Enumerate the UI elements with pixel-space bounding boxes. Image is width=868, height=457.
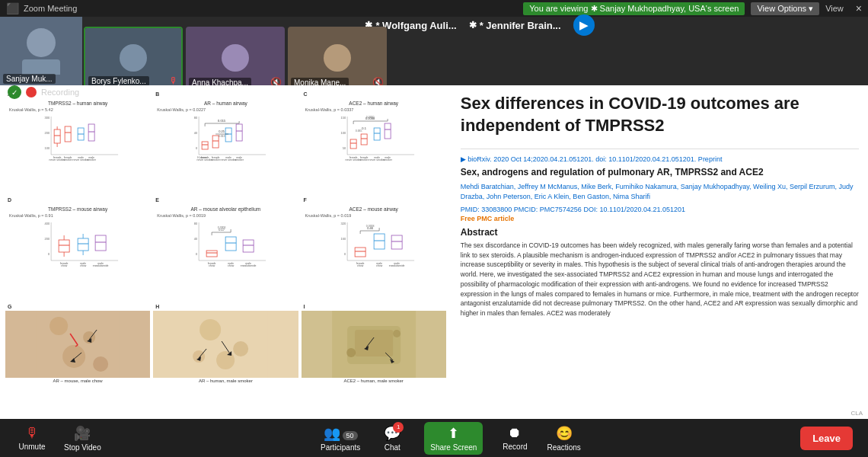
record-button[interactable]: ⏺ Record — [498, 425, 531, 451]
borys-mic-icon: 🎙 — [169, 75, 178, 86]
svg-text:smoker: smoker — [87, 158, 96, 161]
chart-E-title: AR – mouse alveolar epithelium — [154, 206, 297, 212]
chart-H-title: AR – human, male smoker — [153, 378, 298, 383]
chat-button[interactable]: 💬 1 Chat — [375, 425, 409, 452]
view-options-button[interactable]: View Options ▾ — [751, 2, 819, 15]
svg-rect-59 — [361, 134, 367, 145]
participant-tile-monika[interactable]: Monika Mane... 🔇 — [288, 27, 387, 89]
svg-rect-110 — [243, 240, 254, 252]
svg-rect-106 — [206, 251, 217, 257]
share-screen-button[interactable]: ⬆ Share Screen — [424, 422, 483, 455]
paper-pmid: PMID: 33083800 PMCID: PMC7574256 DOI: 10… — [461, 206, 859, 213]
charts-grid: A TMPRSS2 – human airway Kruskal-Wallis,… — [5, 90, 447, 414]
participants-icon: 👥 — [324, 426, 340, 441]
svg-text:400: 400 — [44, 222, 49, 225]
chart-I: I ACE2 — [301, 302, 447, 414]
slide-left-panel: A TMPRSS2 – human airway Kruskal-Wallis,… — [0, 85, 452, 419]
svg-text:40: 40 — [194, 131, 198, 135]
svg-text:enzalutamide: enzalutamide — [93, 264, 109, 267]
top-bar: ⬛ Zoom Meeting You are viewing ✱ Sanjay … — [0, 0, 868, 17]
chart-D: D TMPRSS2 – mouse airway Kruskal-Wallis,… — [5, 196, 151, 300]
toolbar-left: 🎙 Unmute 🎥 Stop Video — [15, 425, 101, 452]
speaker-name-2: ✱ * Jennifer Brain... — [469, 20, 561, 31]
chart-C-svg: 150 100 50 — [302, 113, 445, 162]
chart-E-svg: 80 40 0 — [154, 219, 297, 268]
next-participants-button[interactable]: ▶ — [573, 14, 595, 36]
chart-F-stat: Kruskal-Wallis, p = 0.019 — [302, 213, 445, 218]
view-button[interactable]: View — [825, 4, 844, 13]
reactions-button[interactable]: 😊 Reactions — [547, 425, 580, 452]
unmute-button[interactable]: 🎙 Unmute — [15, 425, 49, 451]
svg-text:chow: chow — [209, 264, 215, 267]
svg-text:enzalutamide: enzalutamide — [241, 264, 257, 267]
chart-G-title: AR – mouse, male chow — [5, 378, 150, 383]
svg-text:50: 50 — [342, 146, 346, 150]
svg-text:chow: chow — [357, 264, 364, 267]
svg-rect-32 — [225, 128, 231, 142]
participant-tile-borys[interactable]: Borys Fylenko... 🎙 — [84, 27, 183, 89]
chart-F-title: ACE2 – mouse airway — [302, 206, 445, 212]
sanjay-video-tile: Sanjay Muk... — [0, 17, 82, 85]
svg-text:160: 160 — [340, 237, 346, 241]
svg-rect-9 — [65, 126, 71, 142]
svg-point-160 — [193, 350, 205, 363]
svg-text:smoker: smoker — [383, 158, 392, 161]
svg-text:0.015: 0.015 — [218, 119, 226, 123]
chart-A-stat: Kruskal-Wallis, p = 5.42 — [6, 107, 149, 112]
recording-indicator: ✓ Recording — [8, 85, 79, 99]
watermark: CLA — [848, 409, 865, 417]
abstract-text: The sex discordance in COVID-19 outcomes… — [461, 241, 859, 318]
participants-button[interactable]: 👥 50 Participants — [321, 425, 360, 452]
close-button[interactable]: × — [856, 2, 862, 14]
screen-share-banner: You are viewing ✱ Sanjay Mukhopadhyay, U… — [523, 2, 745, 15]
chart-B-svg: 80 40 0 — [154, 113, 297, 162]
participants-icon-wrap: 👥 50 — [324, 425, 358, 442]
svg-rect-85 — [59, 240, 69, 252]
svg-text:100: 100 — [340, 131, 346, 135]
chart-C-title: ACE2 – human airway — [302, 101, 445, 106]
svg-point-157 — [199, 319, 221, 340]
svg-text:0: 0 — [196, 146, 198, 150]
paper-authors: Mehdi Baratchian, Jeffrey M McManus, Mik… — [461, 182, 859, 203]
recording-dot — [26, 87, 37, 97]
leave-button[interactable]: Leave — [800, 427, 853, 450]
svg-text:smoker: smoker — [212, 158, 221, 161]
svg-rect-130 — [374, 234, 385, 249]
svg-text:enzalutamide: enzalutamide — [388, 264, 404, 267]
recording-label: Recording — [41, 88, 79, 97]
svg-rect-13 — [88, 124, 94, 141]
svg-text:chow: chow — [228, 264, 235, 267]
svg-text:0.013: 0.013 — [219, 135, 225, 138]
chart-D-title: TMPRSS2 – mouse airway — [6, 206, 149, 212]
svg-rect-34 — [236, 124, 242, 141]
svg-text:chow: chow — [376, 264, 383, 267]
svg-text:smoker: smoker — [359, 158, 369, 161]
participant-tile-anna[interactable]: Anna Khachpa... 🔇 — [186, 27, 285, 89]
toolbar: 🎙 Unmute 🎥 Stop Video 👥 50 Participants … — [0, 419, 868, 457]
svg-rect-89 — [78, 238, 88, 251]
svg-text:0.065: 0.065 — [355, 129, 362, 133]
toolbar-center: 👥 50 Participants 💬 1 Chat ⬆ Share Scree… — [321, 422, 581, 455]
svg-rect-128 — [355, 248, 365, 257]
svg-rect-132 — [391, 235, 402, 249]
reactions-icon: 😊 — [556, 425, 573, 442]
svg-point-159 — [216, 351, 235, 369]
chart-I-title: ACE2 – human, male smoker — [302, 378, 446, 383]
svg-text:chow: chow — [80, 264, 87, 267]
chart-A: A TMPRSS2 – human airway Kruskal-Wallis,… — [5, 90, 151, 194]
svg-text:0.0006: 0.0006 — [218, 226, 226, 229]
svg-text:80: 80 — [194, 116, 198, 120]
chart-C-stat: Kruskal-Wallis, p = 0.0337 — [302, 107, 445, 112]
svg-point-148 — [62, 345, 85, 368]
stop-video-button[interactable]: 🎥 Stop Video — [64, 425, 101, 452]
svg-rect-167 — [355, 330, 393, 356]
svg-text:200: 200 — [44, 237, 49, 241]
sanjay-name: Sanjay Muk... — [3, 74, 56, 84]
svg-rect-108 — [225, 237, 236, 251]
svg-point-149 — [93, 356, 108, 372]
svg-text:40: 40 — [194, 237, 198, 241]
svg-point-158 — [233, 341, 248, 356]
abstract-title: Abstract — [461, 227, 859, 238]
svg-text:smoker: smoker — [63, 158, 72, 161]
chart-D-svg: 400 200 0 — [6, 219, 149, 268]
